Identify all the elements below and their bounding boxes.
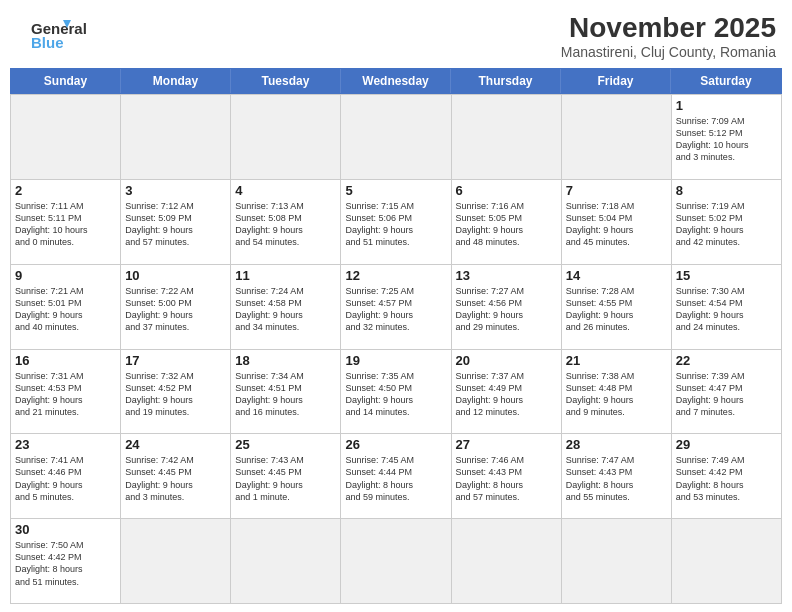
header-day-friday: Friday bbox=[561, 69, 671, 93]
day-cell-28: 28Sunrise: 7:47 AM Sunset: 4:43 PM Dayli… bbox=[562, 433, 672, 518]
day-number: 9 bbox=[15, 268, 116, 283]
day-info: Sunrise: 7:34 AM Sunset: 4:51 PM Dayligh… bbox=[235, 370, 336, 419]
empty-cell bbox=[11, 94, 121, 179]
day-number: 17 bbox=[125, 353, 226, 368]
day-number: 5 bbox=[345, 183, 446, 198]
day-info: Sunrise: 7:30 AM Sunset: 4:54 PM Dayligh… bbox=[676, 285, 777, 334]
day-number: 12 bbox=[345, 268, 446, 283]
header: General Blue November 2025 Manastireni, … bbox=[0, 0, 792, 68]
day-info: Sunrise: 7:32 AM Sunset: 4:52 PM Dayligh… bbox=[125, 370, 226, 419]
empty-cell bbox=[341, 518, 451, 603]
day-info: Sunrise: 7:37 AM Sunset: 4:49 PM Dayligh… bbox=[456, 370, 557, 419]
page: General Blue November 2025 Manastireni, … bbox=[0, 0, 792, 612]
day-cell-20: 20Sunrise: 7:37 AM Sunset: 4:49 PM Dayli… bbox=[452, 349, 562, 434]
day-cell-4: 4Sunrise: 7:13 AM Sunset: 5:08 PM Daylig… bbox=[231, 179, 341, 264]
day-number: 8 bbox=[676, 183, 777, 198]
day-info: Sunrise: 7:42 AM Sunset: 4:45 PM Dayligh… bbox=[125, 454, 226, 503]
day-info: Sunrise: 7:19 AM Sunset: 5:02 PM Dayligh… bbox=[676, 200, 777, 249]
day-info: Sunrise: 7:24 AM Sunset: 4:58 PM Dayligh… bbox=[235, 285, 336, 334]
calendar-header: SundayMondayTuesdayWednesdayThursdayFrid… bbox=[10, 68, 782, 94]
day-number: 10 bbox=[125, 268, 226, 283]
header-day-sunday: Sunday bbox=[11, 69, 121, 93]
day-number: 24 bbox=[125, 437, 226, 452]
day-cell-17: 17Sunrise: 7:32 AM Sunset: 4:52 PM Dayli… bbox=[121, 349, 231, 434]
day-number: 20 bbox=[456, 353, 557, 368]
day-info: Sunrise: 7:11 AM Sunset: 5:11 PM Dayligh… bbox=[15, 200, 116, 249]
day-info: Sunrise: 7:18 AM Sunset: 5:04 PM Dayligh… bbox=[566, 200, 667, 249]
day-cell-23: 23Sunrise: 7:41 AM Sunset: 4:46 PM Dayli… bbox=[11, 433, 121, 518]
empty-cell bbox=[452, 518, 562, 603]
day-info: Sunrise: 7:22 AM Sunset: 5:00 PM Dayligh… bbox=[125, 285, 226, 334]
day-cell-8: 8Sunrise: 7:19 AM Sunset: 5:02 PM Daylig… bbox=[672, 179, 782, 264]
day-info: Sunrise: 7:49 AM Sunset: 4:42 PM Dayligh… bbox=[676, 454, 777, 503]
day-cell-29: 29Sunrise: 7:49 AM Sunset: 4:42 PM Dayli… bbox=[672, 433, 782, 518]
day-info: Sunrise: 7:28 AM Sunset: 4:55 PM Dayligh… bbox=[566, 285, 667, 334]
day-info: Sunrise: 7:43 AM Sunset: 4:45 PM Dayligh… bbox=[235, 454, 336, 503]
day-cell-2: 2Sunrise: 7:11 AM Sunset: 5:11 PM Daylig… bbox=[11, 179, 121, 264]
empty-cell bbox=[562, 518, 672, 603]
day-info: Sunrise: 7:38 AM Sunset: 4:48 PM Dayligh… bbox=[566, 370, 667, 419]
day-number: 13 bbox=[456, 268, 557, 283]
day-cell-9: 9Sunrise: 7:21 AM Sunset: 5:01 PM Daylig… bbox=[11, 264, 121, 349]
logo-icon: General Blue bbox=[16, 12, 86, 52]
day-number: 27 bbox=[456, 437, 557, 452]
day-number: 29 bbox=[676, 437, 777, 452]
day-info: Sunrise: 7:35 AM Sunset: 4:50 PM Dayligh… bbox=[345, 370, 446, 419]
calendar-body: 1Sunrise: 7:09 AM Sunset: 5:12 PM Daylig… bbox=[10, 94, 782, 604]
header-day-monday: Monday bbox=[121, 69, 231, 93]
day-number: 18 bbox=[235, 353, 336, 368]
day-info: Sunrise: 7:13 AM Sunset: 5:08 PM Dayligh… bbox=[235, 200, 336, 249]
header-day-thursday: Thursday bbox=[451, 69, 561, 93]
day-number: 19 bbox=[345, 353, 446, 368]
svg-text:Blue: Blue bbox=[31, 34, 64, 51]
day-number: 25 bbox=[235, 437, 336, 452]
day-info: Sunrise: 7:39 AM Sunset: 4:47 PM Dayligh… bbox=[676, 370, 777, 419]
empty-cell bbox=[672, 518, 782, 603]
empty-cell bbox=[341, 94, 451, 179]
day-cell-22: 22Sunrise: 7:39 AM Sunset: 4:47 PM Dayli… bbox=[672, 349, 782, 434]
day-info: Sunrise: 7:47 AM Sunset: 4:43 PM Dayligh… bbox=[566, 454, 667, 503]
day-cell-21: 21Sunrise: 7:38 AM Sunset: 4:48 PM Dayli… bbox=[562, 349, 672, 434]
day-cell-26: 26Sunrise: 7:45 AM Sunset: 4:44 PM Dayli… bbox=[341, 433, 451, 518]
day-info: Sunrise: 7:46 AM Sunset: 4:43 PM Dayligh… bbox=[456, 454, 557, 503]
day-info: Sunrise: 7:21 AM Sunset: 5:01 PM Dayligh… bbox=[15, 285, 116, 334]
day-number: 22 bbox=[676, 353, 777, 368]
day-info: Sunrise: 7:16 AM Sunset: 5:05 PM Dayligh… bbox=[456, 200, 557, 249]
day-cell-16: 16Sunrise: 7:31 AM Sunset: 4:53 PM Dayli… bbox=[11, 349, 121, 434]
day-cell-24: 24Sunrise: 7:42 AM Sunset: 4:45 PM Dayli… bbox=[121, 433, 231, 518]
empty-cell bbox=[231, 518, 341, 603]
day-number: 26 bbox=[345, 437, 446, 452]
empty-cell bbox=[562, 94, 672, 179]
day-cell-14: 14Sunrise: 7:28 AM Sunset: 4:55 PM Dayli… bbox=[562, 264, 672, 349]
day-number: 14 bbox=[566, 268, 667, 283]
day-info: Sunrise: 7:41 AM Sunset: 4:46 PM Dayligh… bbox=[15, 454, 116, 503]
day-cell-12: 12Sunrise: 7:25 AM Sunset: 4:57 PM Dayli… bbox=[341, 264, 451, 349]
empty-cell bbox=[121, 94, 231, 179]
day-cell-11: 11Sunrise: 7:24 AM Sunset: 4:58 PM Dayli… bbox=[231, 264, 341, 349]
month-title: November 2025 bbox=[561, 12, 776, 44]
day-info: Sunrise: 7:09 AM Sunset: 5:12 PM Dayligh… bbox=[676, 115, 777, 164]
header-day-tuesday: Tuesday bbox=[231, 69, 341, 93]
day-number: 4 bbox=[235, 183, 336, 198]
day-number: 7 bbox=[566, 183, 667, 198]
day-cell-10: 10Sunrise: 7:22 AM Sunset: 5:00 PM Dayli… bbox=[121, 264, 231, 349]
header-day-wednesday: Wednesday bbox=[341, 69, 451, 93]
empty-cell bbox=[231, 94, 341, 179]
day-cell-30: 30Sunrise: 7:50 AM Sunset: 4:42 PM Dayli… bbox=[11, 518, 121, 603]
day-cell-19: 19Sunrise: 7:35 AM Sunset: 4:50 PM Dayli… bbox=[341, 349, 451, 434]
location: Manastireni, Cluj County, Romania bbox=[561, 44, 776, 60]
day-info: Sunrise: 7:45 AM Sunset: 4:44 PM Dayligh… bbox=[345, 454, 446, 503]
day-number: 28 bbox=[566, 437, 667, 452]
day-cell-7: 7Sunrise: 7:18 AM Sunset: 5:04 PM Daylig… bbox=[562, 179, 672, 264]
day-info: Sunrise: 7:27 AM Sunset: 4:56 PM Dayligh… bbox=[456, 285, 557, 334]
day-info: Sunrise: 7:25 AM Sunset: 4:57 PM Dayligh… bbox=[345, 285, 446, 334]
day-cell-1: 1Sunrise: 7:09 AM Sunset: 5:12 PM Daylig… bbox=[672, 94, 782, 179]
day-number: 6 bbox=[456, 183, 557, 198]
empty-cell bbox=[121, 518, 231, 603]
empty-cell bbox=[452, 94, 562, 179]
day-info: Sunrise: 7:31 AM Sunset: 4:53 PM Dayligh… bbox=[15, 370, 116, 419]
day-cell-27: 27Sunrise: 7:46 AM Sunset: 4:43 PM Dayli… bbox=[452, 433, 562, 518]
day-cell-5: 5Sunrise: 7:15 AM Sunset: 5:06 PM Daylig… bbox=[341, 179, 451, 264]
day-cell-15: 15Sunrise: 7:30 AM Sunset: 4:54 PM Dayli… bbox=[672, 264, 782, 349]
day-cell-3: 3Sunrise: 7:12 AM Sunset: 5:09 PM Daylig… bbox=[121, 179, 231, 264]
